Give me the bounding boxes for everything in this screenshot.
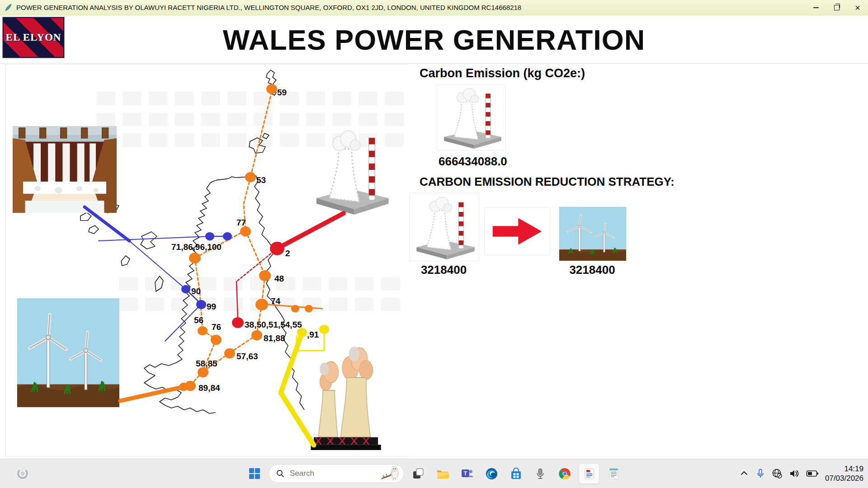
map-node: [255, 299, 268, 310]
chrome-icon: [559, 468, 571, 480]
strategy-heading: CARBON EMISSION REDUCTION STRATEGY:: [420, 175, 675, 189]
map-node-label: ,91: [307, 330, 319, 339]
notes-app-button[interactable]: [603, 463, 624, 484]
document-app-icon: [583, 468, 595, 480]
task-view-icon: [412, 468, 424, 479]
minimize-icon: [813, 7, 819, 8]
store-button[interactable]: [505, 463, 526, 484]
minimize-button[interactable]: [806, 0, 826, 15]
map-node: [198, 367, 208, 377]
tray-time: 14:19: [825, 464, 863, 474]
map-node-label: 77: [236, 218, 246, 227]
map-node-label: 48: [274, 274, 284, 283]
map-node: [181, 285, 190, 294]
map-edge: [277, 213, 344, 249]
header: EL ELYON WALES POWER GENERATION: [0, 15, 868, 64]
map-edge: [99, 236, 210, 241]
carbon-panel: Carbon Emission (kg CO2e:) 666434088.0 C…: [408, 64, 866, 455]
tray-speaker-icon[interactable]: [789, 468, 800, 479]
map-node: [189, 253, 201, 263]
teams-icon: T: [461, 468, 473, 480]
map-node-label: 74: [271, 296, 281, 306]
strategy-arrow-box: [484, 207, 550, 255]
map-node: [266, 84, 277, 94]
edge-icon: [486, 468, 498, 480]
svg-text:T: T: [463, 470, 467, 477]
map-node-label: 38,50,51,54,55: [245, 320, 302, 329]
strategy-before-value: 3218400: [409, 263, 478, 277]
map-edge: [120, 386, 186, 401]
notes-app-icon: [608, 468, 620, 480]
map-node: [211, 335, 222, 345]
restore-icon: [834, 5, 840, 10]
map-node-label: 56: [194, 315, 203, 325]
tray-clock[interactable]: 14:19 07/03/2026: [825, 464, 863, 483]
tray-battery-icon[interactable]: [806, 469, 819, 479]
title-bar: POWER GENERATION ANALYSIS BY OLAWUYI RAC…: [0, 0, 868, 15]
nuclear-plant-image: [316, 131, 389, 215]
map-node-label: 99: [207, 302, 216, 311]
map-node-label: 76: [212, 322, 221, 332]
map-edge: [245, 230, 265, 275]
map-node-label: 58,85: [196, 359, 217, 368]
carbon-emission-heading: Carbon Emission (kg CO2e:): [420, 66, 585, 80]
search-input[interactable]: [289, 469, 377, 479]
wind-turbines-icon: [559, 207, 626, 261]
strategy-before-image-box: [409, 192, 479, 261]
map-edge: [236, 249, 277, 282]
windows-start-icon: [249, 468, 260, 479]
chrome-button[interactable]: [554, 463, 575, 484]
coal-plant-image: [311, 347, 381, 450]
cooling-tower-icon: [410, 193, 479, 261]
restore-button[interactable]: [826, 0, 847, 15]
teams-button[interactable]: T: [457, 463, 477, 484]
map-node: [198, 326, 208, 335]
map-node-label: 2: [285, 249, 290, 258]
map-node: [224, 348, 235, 358]
map-node: [270, 242, 284, 255]
map-node: [305, 305, 313, 313]
window-title: POWER GENERATION ANALYSIS BY OLAWUYI RAC…: [16, 4, 521, 11]
map-node: [232, 317, 244, 328]
audio-device-button[interactable]: [530, 463, 551, 484]
close-button[interactable]: ×: [847, 0, 868, 15]
document-app-button[interactable]: [579, 463, 599, 484]
page-title: WALES POWER GENERATION: [0, 23, 868, 56]
strategy-after-value: 3218400: [559, 263, 626, 277]
edge-button[interactable]: [481, 463, 502, 484]
uk-grid-map: 5953772487471,86,96,1009099567638,50,51,…: [6, 65, 408, 456]
map-node: [196, 300, 206, 309]
tray-no-internet-icon[interactable]: [772, 468, 783, 479]
map-node-label: 59: [277, 88, 287, 97]
feather-app-icon: [4, 3, 13, 12]
search-icon: [276, 469, 284, 478]
map-node: [240, 226, 251, 236]
strategy-after-image-box: [559, 206, 627, 261]
grid-map-panel: 5953772487471,86,96,1009099567638,50,51,…: [5, 64, 409, 456]
map-node-label: 81,88: [264, 333, 285, 343]
taskbar: T: [0, 459, 868, 488]
map-node: [251, 330, 262, 340]
wind-farm-image: [17, 298, 119, 407]
cooling-tower-icon: [437, 84, 505, 150]
tray-chevron-up-icon[interactable]: [739, 469, 749, 479]
file-explorer-button[interactable]: [432, 463, 453, 484]
map-node-label: 89,84: [198, 383, 220, 393]
close-icon: ×: [855, 3, 860, 12]
map-node-label: 90: [191, 286, 201, 296]
red-arrow-icon: [491, 212, 544, 250]
map-node-label: 57,63: [236, 352, 258, 361]
taskbar-search-box[interactable]: [269, 464, 404, 483]
map-node: [223, 232, 232, 241]
map-node-label: 71,86,96,100: [171, 242, 222, 252]
map-node: [179, 383, 188, 391]
search-owl-image: [381, 466, 401, 481]
file-explorer-icon: [436, 467, 449, 480]
start-button[interactable]: [244, 463, 265, 484]
map-node: [205, 232, 214, 241]
map-node: [291, 305, 299, 313]
tray-microphone-icon[interactable]: [755, 469, 765, 479]
map-node: [259, 270, 271, 281]
task-view-button[interactable]: [408, 463, 429, 484]
carbon-emission-image-box: [437, 84, 506, 150]
